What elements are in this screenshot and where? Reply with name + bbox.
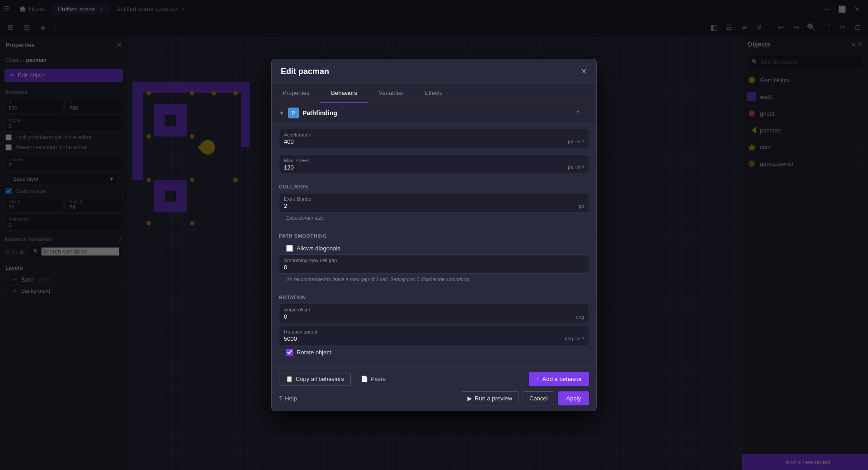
paste-icon: 📄	[361, 376, 368, 382]
allows-diagonals-checkbox[interactable]	[286, 245, 293, 252]
rotate-object-label: Rotate object	[297, 349, 331, 356]
rotate-object-row: Rotate object	[279, 346, 589, 358]
angle-offset-input[interactable]	[284, 313, 576, 320]
max-speed-input[interactable]	[284, 164, 568, 171]
extra-border-unit: px	[579, 203, 584, 209]
behavior-menu-icon[interactable]: ⋮	[583, 110, 589, 117]
add-behavior-button[interactable]: + Add a behavior	[529, 372, 589, 386]
rotation-title: ROTATION	[279, 295, 589, 300]
smoothing-hint: It's recommended to leave a max gap of 1…	[279, 275, 589, 286]
path-smoothing-section: PATH SMOOTHING Allows diagonals Smoothin…	[272, 230, 596, 291]
smoothing-field[interactable]: Smoothing max cell gap	[279, 254, 589, 274]
rotate-object-checkbox[interactable]	[286, 349, 293, 356]
behavior-pathfinding-header: ▼ P Pathfinding ? ⋮	[272, 103, 596, 123]
smoothing-input[interactable]	[284, 264, 584, 271]
play-icon: ▶	[467, 395, 472, 402]
angle-offset-unit: deg	[576, 314, 584, 320]
behavior-help-icon[interactable]: ?	[576, 110, 580, 117]
modal-content: ▼ P Pathfinding ? ⋮ Acceleration	[272, 103, 596, 366]
apply-button[interactable]: Apply	[558, 391, 589, 405]
smoothing-label: Smoothing max cell gap	[284, 258, 584, 263]
paste-button[interactable]: 📄 Paste	[354, 372, 392, 385]
run-preview-label: Run a preview	[475, 395, 512, 402]
max-speed-label: Max. speed	[284, 158, 584, 163]
extra-border-field[interactable]: Extra Border px	[279, 193, 589, 212]
rotation-speed-field[interactable]: Rotation speed deg · s⁻¹	[279, 326, 589, 345]
help-circle-icon: ?	[279, 395, 282, 402]
allows-diagonals-label: Allows diagonals	[297, 245, 340, 252]
cancel-label: Cancel	[529, 395, 547, 402]
copy-icon: 📋	[286, 376, 293, 382]
cancel-button[interactable]: Cancel	[523, 391, 554, 405]
paste-label: Paste	[371, 376, 386, 382]
extra-border-hint: Extra border size	[279, 213, 589, 224]
pathfinding-behavior-name: Pathfinding	[302, 109, 576, 117]
tab-variables-label: Variables	[379, 89, 403, 96]
behavior-collapse-icon[interactable]: ▼	[279, 110, 284, 116]
edit-pacman-modal: Edit pacman ✕ Properties Behaviors Varia…	[271, 59, 597, 411]
collision-title: COLLISION	[279, 184, 589, 189]
help-link[interactable]: ? Help	[279, 395, 297, 402]
main-layout: Properties ✕ Object - pacman ✏ Edit obje…	[0, 37, 868, 470]
svg-text:P: P	[292, 111, 295, 116]
footer-buttons: ▶ Run a preview Cancel Apply	[461, 391, 589, 405]
tab-properties-label: Properties	[283, 89, 309, 96]
modal-tabs: Properties Behaviors Variables Effects	[272, 84, 596, 103]
tab-properties[interactable]: Properties	[272, 84, 320, 103]
acceleration-input[interactable]	[284, 138, 568, 145]
copy-all-behaviors-button[interactable]: 📋 Copy all behaviors	[279, 372, 351, 386]
tab-effects[interactable]: Effects	[414, 84, 453, 103]
tab-behaviors-label: Behaviors	[331, 89, 357, 96]
run-preview-button[interactable]: ▶ Run a preview	[461, 391, 519, 405]
rotation-speed-label: Rotation speed	[284, 329, 584, 334]
copy-all-behaviors-label: Copy all behaviors	[296, 376, 344, 382]
footer-row1: 📋 Copy all behaviors 📄 Paste + Add a beh…	[279, 372, 589, 386]
modal-close-icon[interactable]: ✕	[580, 66, 587, 76]
footer-row2: ? Help ▶ Run a preview Cancel Apply	[279, 391, 589, 405]
acceleration-unit: px · s⁻²	[568, 139, 584, 145]
rotation-speed-unit: deg · s⁻¹	[565, 336, 584, 342]
tab-behaviors[interactable]: Behaviors	[320, 84, 368, 103]
max-speed-field[interactable]: Max. speed px · s⁻¹	[279, 155, 589, 174]
extra-border-label: Extra Border	[284, 196, 584, 202]
plus-icon: +	[536, 376, 540, 382]
modal-overlay: Edit pacman ✕ Properties Behaviors Varia…	[0, 0, 868, 470]
max-speed-section: Max. speed px · s⁻¹	[272, 155, 596, 180]
help-label: Help	[285, 395, 297, 402]
pathfinding-behavior-icon: P	[288, 108, 299, 118]
acceleration-label: Acceleration	[284, 132, 584, 137]
angle-offset-field[interactable]: Angle offset deg	[279, 304, 589, 323]
modal-title: Edit pacman	[281, 67, 329, 76]
collision-section: COLLISION Extra Border px Extra border s…	[272, 180, 596, 230]
rotation-speed-input[interactable]	[284, 335, 565, 342]
behavior-actions: ? ⋮	[576, 110, 589, 117]
path-smoothing-title: PATH SMOOTHING	[279, 233, 589, 239]
extra-border-input[interactable]	[284, 202, 579, 209]
allows-diagonals-row: Allows diagonals	[279, 242, 589, 254]
modal-footer: 📋 Copy all behaviors 📄 Paste + Add a beh…	[272, 366, 596, 411]
tab-variables[interactable]: Variables	[368, 84, 414, 103]
apply-label: Apply	[566, 395, 581, 402]
max-speed-unit: px · s⁻¹	[568, 164, 584, 170]
acceleration-section: Acceleration px · s⁻²	[272, 123, 596, 155]
add-behavior-label: Add a behavior	[542, 376, 582, 382]
acceleration-field[interactable]: Acceleration px · s⁻²	[279, 129, 589, 148]
modal-header: Edit pacman ✕	[272, 59, 596, 84]
rotation-section: ROTATION Angle offset deg Rotation speed…	[272, 291, 596, 364]
tab-effects-label: Effects	[425, 89, 443, 96]
angle-offset-label: Angle offset	[284, 307, 584, 312]
